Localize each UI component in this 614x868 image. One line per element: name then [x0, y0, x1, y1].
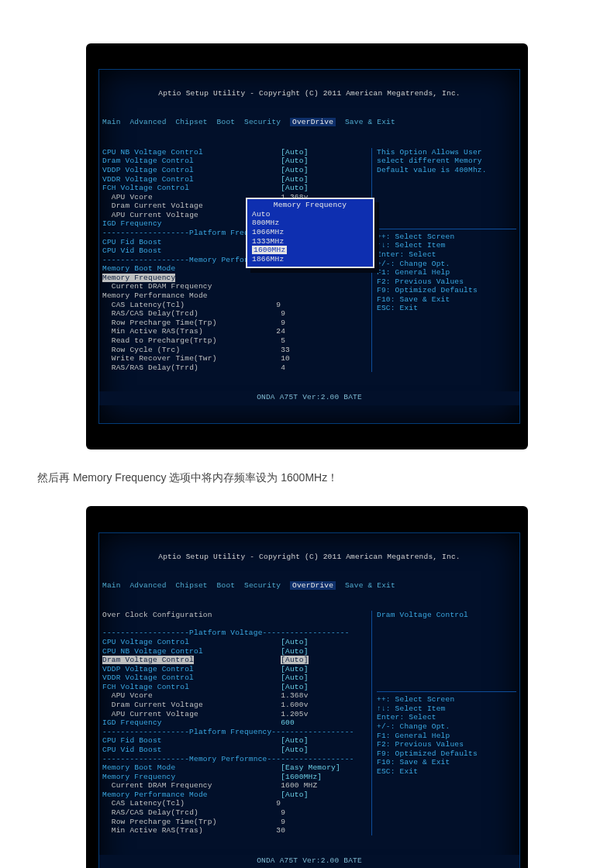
section-title: Over Clock Configuration	[102, 611, 212, 619]
platform-freq-section: -------------------Platform Frequenc	[102, 229, 267, 237]
bios-screenshot-2: Aptio Setup Utility - Copyright (C) 2011…	[86, 506, 528, 868]
settings-panel: CPU NB Voltage Control [Auto] Dram Volta…	[102, 148, 368, 372]
caption-1: 然后再 Memory Frequency 选项中将内存频率设为 1600MHz！	[37, 468, 577, 487]
settings-panel: Over Clock Configuration ---------------…	[102, 611, 368, 835]
igd-frequency[interactable]: IGD Frequency	[102, 219, 162, 228]
bios-title-bar: Aptio Setup Utility - Copyright (C) 2011…	[99, 88, 519, 100]
memory-frequency[interactable]: Memory Frequency	[102, 274, 175, 282]
cpu-vid-boost[interactable]: CPU Vid Boost	[102, 246, 162, 255]
memory-perf-section: -------------------Memory Performnc	[102, 256, 263, 264]
freq-option-1600[interactable]: 1600MHz	[252, 246, 287, 254]
tab-boot[interactable]: Boot	[217, 118, 236, 126]
freq-option-auto[interactable]: Auto	[252, 210, 271, 219]
tab-overdrive[interactable]: OverDrive	[290, 118, 336, 126]
bios-screenshot-1: Aptio Setup Utility - Copyright (C) 2011…	[86, 43, 528, 450]
bios-tabs: Main Advanced Chipset Boot Security Over…	[99, 581, 519, 591]
cpu-voltage[interactable]: CPU Voltage Control	[102, 638, 189, 646]
tab-main[interactable]: Main	[102, 118, 121, 126]
freq-option-1066[interactable]: 1066MHz	[252, 228, 284, 236]
vddr-voltage[interactable]: VDDR Voltage Control	[102, 175, 194, 184]
freq-option-800[interactable]: 800MHz	[252, 219, 279, 227]
memory-frequency-popup[interactable]: Memory FrequencyAuto 800MHz 1066MHz 1333…	[246, 198, 374, 268]
tab-advanced[interactable]: Advanced	[129, 118, 166, 126]
tab-chipset[interactable]: Chipset	[175, 118, 207, 126]
apu-current-voltage: APU Current Voltage	[112, 211, 198, 219]
help-text: Dram Voltage Control	[377, 611, 516, 688]
freq-option-1333[interactable]: 1333MHz	[252, 237, 284, 246]
vddp-voltage[interactable]: VDDP Voltage Control	[102, 166, 194, 174]
fch-voltage[interactable]: FCH Voltage Control	[102, 184, 189, 192]
apu-vcore: APU Vcore	[112, 193, 153, 202]
tab-security[interactable]: Security	[244, 118, 281, 126]
freq-option-1866[interactable]: 1866MHz	[252, 255, 284, 264]
popup-title: Memory Frequency	[252, 201, 368, 210]
tab-save[interactable]: Save & Exit	[345, 118, 395, 126]
bios-footer: ONDA A75T Ver:2.00 BATE	[99, 391, 519, 405]
dram-voltage[interactable]: Dram Voltage Control	[102, 157, 194, 165]
memory-boot-mode[interactable]: Memory Boot Mode	[102, 264, 175, 273]
bios-title-bar: Aptio Setup Utility - Copyright (C) 2011…	[99, 551, 519, 563]
dram-current-voltage: Dram Current Voltage	[112, 202, 203, 210]
current-dram-frequency: Current DRAM Frequency	[112, 282, 212, 291]
dram-voltage[interactable]: Dram Voltage Control	[102, 656, 194, 664]
help-text: This Option Allows User select different…	[377, 148, 516, 226]
cpu-fid-boost[interactable]: CPU Fid Boost	[102, 238, 162, 246]
bios-tabs: Main Advanced Chipset Boot Security Over…	[99, 118, 519, 128]
bios-footer: ONDA A75T Ver:2.00 BATE	[99, 855, 519, 868]
cpu-nb-voltage[interactable]: CPU NB Voltage Control	[102, 148, 203, 157]
memory-performance-mode[interactable]: Memory Performance Mode	[102, 291, 208, 300]
